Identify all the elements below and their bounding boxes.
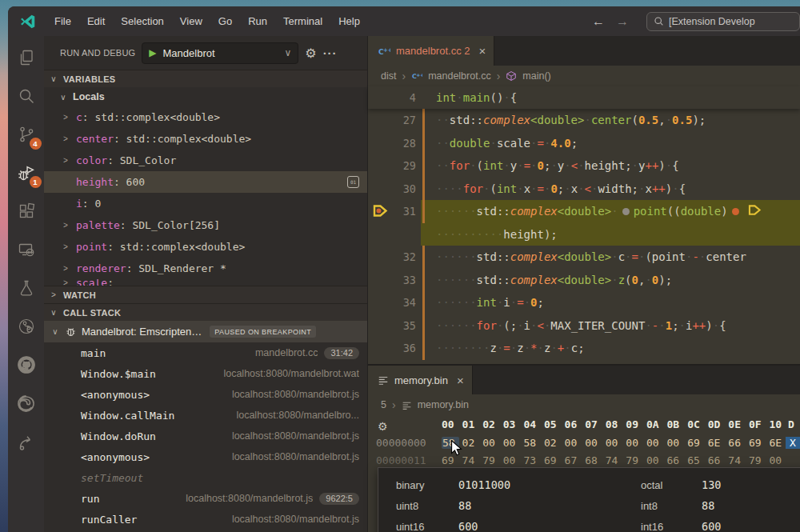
close-icon[interactable]: × — [476, 44, 486, 58]
search-sidebar-icon[interactable] — [13, 82, 40, 110]
code-line-30[interactable]: 30····for·(int·x·=·0;·x·<·width;·x++)·{ — [368, 178, 800, 201]
sticky-scroll-line[interactable]: 4 int·main()·{ — [368, 86, 800, 109]
line-number[interactable]: 35 — [368, 314, 416, 338]
github-icon[interactable] — [13, 351, 40, 378]
hex-byte[interactable]: 79 — [482, 454, 503, 466]
breakpoint-current-line-icon[interactable] — [373, 204, 388, 221]
variable-row-scale[interactable]: >scale: — [44, 279, 367, 286]
hex-byte[interactable]: 67 — [565, 454, 586, 466]
breadcrumb-folder[interactable]: dist — [381, 70, 396, 82]
line-number[interactable]: 28 — [368, 132, 416, 155]
hex-byte[interactable]: 66 — [667, 454, 688, 466]
callstack-section-header[interactable]: ∨ CALL STACK — [44, 303, 367, 321]
explorer-icon[interactable] — [13, 44, 40, 71]
debug-session-row[interactable]: ∨ Mandelbrot: Emscripten… PAUSED ON BREA… — [44, 321, 367, 342]
hex-byte[interactable]: 00 — [482, 437, 503, 449]
variable-row-color[interactable]: >color: SDL_Color — [44, 150, 367, 171]
source-control-icon[interactable]: 4 — [13, 121, 40, 148]
code-line-35[interactable]: 35······for·(;·i·<·MAX_ITER_COUNT·-·1;·i… — [368, 314, 800, 338]
view-binary-data-icon[interactable]: 01 — [347, 176, 359, 188]
hex-byte[interactable]: 65 — [687, 454, 708, 466]
stack-frame-row[interactable]: Window.$mainlocalhost:8080/mandelbrot.wa… — [44, 363, 367, 384]
variable-row-i[interactable]: i: 0 — [44, 193, 367, 214]
hex-byte[interactable]: 02 — [544, 437, 565, 449]
breadcrumb-file[interactable]: mandelbrot.cc — [428, 70, 491, 82]
variable-row-center[interactable]: >center: std::complex<double> — [44, 128, 367, 150]
code-line-34[interactable]: 34······int·i·=·0; — [368, 291, 800, 314]
locals-scope-row[interactable]: ∨ Locals — [44, 87, 367, 106]
hex-byte[interactable]: 68 — [585, 454, 606, 466]
menu-help[interactable]: Help — [330, 11, 368, 31]
menu-terminal[interactable]: Terminal — [275, 11, 330, 31]
variable-row-height[interactable]: height: 60001 — [44, 171, 367, 193]
line-number[interactable]: 30 — [368, 178, 416, 201]
testing-icon[interactable] — [13, 274, 40, 302]
nav-forward-icon[interactable]: → — [616, 14, 629, 29]
hex-byte[interactable]: 66 — [708, 454, 729, 466]
line-number[interactable]: 27 — [368, 109, 416, 132]
stack-frame-row[interactable]: mainmandelbrot.cc31:42 — [44, 342, 367, 363]
hex-byte[interactable]: 00 — [646, 437, 667, 449]
tab-memory-bin[interactable]: memory.bin × — [368, 366, 473, 394]
variable-row-palette[interactable]: >palette: SDL_Color[256] — [44, 214, 367, 236]
nav-back-icon[interactable]: ← — [592, 14, 605, 29]
command-center-search[interactable]: [Extension Develop — [646, 12, 800, 31]
tab-mandelbrot-cc[interactable]: C++ mandelbrot.cc 2 × — [368, 36, 494, 66]
stack-frame-row[interactable]: setTimeout — [44, 467, 367, 488]
hex-byte[interactable]: 6E — [708, 437, 729, 449]
menu-run[interactable]: Run — [240, 11, 275, 31]
menu-edit[interactable]: Edit — [79, 11, 113, 31]
stack-frame-row[interactable]: runlocalhost:8080/mandelbrot.js9622:5 — [44, 488, 367, 509]
hex-byte[interactable]: 00 — [585, 437, 606, 449]
breadcrumb-item[interactable]: memory.bin — [418, 399, 469, 410]
stack-frame-row[interactable]: <anonymous>localhost:8080/mandelbrot.js — [44, 446, 367, 467]
line-number[interactable]: 36 — [368, 337, 416, 360]
code-line-31[interactable]: 31······std::complex<double>·point((doub… — [368, 200, 800, 223]
menu-go[interactable]: Go — [210, 11, 240, 31]
menu-file[interactable]: File — [46, 11, 79, 31]
gitlens-icon[interactable] — [13, 313, 40, 340]
stack-frame-row[interactable]: <anonymous>localhost:8080/mandelbrot.js — [44, 384, 367, 405]
watch-section-header[interactable]: > WATCH — [44, 286, 367, 303]
stack-frame-row[interactable]: Window.doRunlocalhost:8080/mandelbrot.js — [44, 426, 367, 446]
code-line-wrap[interactable]: ··········height); — [368, 223, 800, 246]
code-line-33[interactable]: 33······std::complex<double>·z(0,·0); — [368, 269, 800, 292]
close-icon[interactable]: × — [454, 374, 464, 387]
edge-browser-icon[interactable] — [13, 390, 40, 417]
breadcrumb-item[interactable]: 5 — [381, 399, 386, 410]
stack-frame-row[interactable]: runCallerlocalhost:8080/mandelbrot.js — [44, 509, 367, 530]
hex-byte[interactable]: 00 — [646, 454, 667, 466]
hex-byte[interactable]: 69 — [544, 454, 565, 466]
line-number[interactable]: 33 — [368, 269, 416, 292]
hex-byte[interactable]: 69 — [687, 437, 708, 449]
hex-byte[interactable]: 00 — [565, 437, 586, 449]
remote-explorer-icon[interactable] — [13, 236, 40, 263]
hex-byte[interactable]: 00 — [770, 454, 790, 466]
more-actions-icon[interactable]: ··· — [323, 46, 338, 60]
hex-byte[interactable]: 00 — [606, 437, 626, 449]
hex-byte[interactable]: 74 — [728, 454, 749, 466]
hex-byte[interactable]: 79 — [626, 454, 646, 466]
hex-byte[interactable]: 66 — [728, 437, 749, 449]
hex-byte[interactable]: 00 — [503, 454, 524, 466]
menu-selection[interactable]: Selection — [113, 11, 171, 31]
hex-byte[interactable]: 74 — [606, 454, 626, 466]
variable-row-point[interactable]: >point: std::complex<double> — [44, 236, 367, 258]
gear-icon[interactable]: ⚙ — [305, 46, 316, 61]
breadcrumb-symbol[interactable]: main() — [522, 70, 550, 82]
live-share-icon[interactable] — [13, 428, 40, 455]
code-line-29[interactable]: 29··for·(int·y·=·0;·y·<·height;·y++)·{ — [368, 154, 800, 178]
hex-byte[interactable]: 00 — [667, 437, 688, 449]
hex-byte[interactable]: 79 — [749, 454, 770, 466]
run-debug-icon[interactable]: 1 — [13, 159, 40, 186]
launch-config-dropdown[interactable]: ▶ Mandelbrot ∨ — [142, 42, 298, 64]
menu-view[interactable]: View — [172, 11, 210, 31]
code-line-36[interactable]: 36········z·=·z·*·z·+·c; — [368, 337, 800, 360]
start-debug-icon[interactable]: ▶ — [149, 47, 156, 58]
line-number[interactable]: 29 — [368, 154, 416, 178]
hex-byte[interactable]: 58 — [523, 437, 544, 449]
hex-settings-gear-icon[interactable]: ⚙ — [378, 420, 388, 433]
hex-byte[interactable]: 69 — [749, 437, 770, 449]
variable-row-renderer[interactable]: >renderer: SDL_Renderer * — [44, 258, 367, 279]
stack-frame-row[interactable]: Window.callMainlocalhost:8080/mandelbro.… — [44, 405, 367, 426]
